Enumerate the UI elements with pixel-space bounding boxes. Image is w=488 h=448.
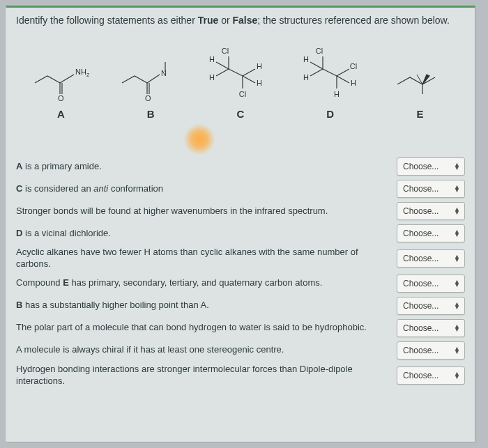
- question-text: A molecule is always chiral if it has at…: [16, 344, 397, 356]
- instr-true: True: [198, 15, 219, 26]
- label-a: A: [22, 108, 99, 120]
- question-text: D is a vicinal dichloride.: [16, 228, 397, 240]
- structure-d: Cl H H H Cl H: [296, 43, 366, 102]
- svg-text:H: H: [209, 55, 215, 63]
- question-row: A molecule is always chiral if it has at…: [16, 341, 465, 360]
- structure-labels: A B C D E: [16, 108, 465, 120]
- svg-line-26: [337, 76, 349, 83]
- instr-prefix: Identify the following statements as eit…: [16, 15, 198, 26]
- answer-dropdown[interactable]: Choose...▲▼: [397, 157, 465, 176]
- svg-text:H: H: [303, 55, 309, 63]
- label-d: D: [292, 108, 369, 120]
- instr-false: False: [233, 15, 258, 26]
- svg-text:H: H: [209, 73, 215, 82]
- svg-text:H: H: [303, 73, 309, 82]
- dropdown-label: Choose...: [403, 279, 439, 288]
- answer-dropdown[interactable]: Choose...▲▼: [397, 202, 465, 220]
- updown-icon: ▲▼: [454, 230, 460, 237]
- dropdown-label: Choose...: [403, 229, 439, 238]
- dropdown-label: Choose...: [403, 206, 439, 216]
- svg-line-22: [310, 62, 323, 69]
- updown-icon: ▲▼: [454, 185, 460, 192]
- svg-line-7: [229, 69, 243, 76]
- question-row: Compound E has primary, secondary, terti…: [16, 275, 465, 293]
- question-row: C is considered an anti conformationChoo…: [16, 180, 465, 198]
- answer-dropdown[interactable]: Choose...▲▼: [397, 366, 465, 385]
- dropdown-label: Choose...: [403, 371, 439, 380]
- structure-b: O N: [115, 51, 178, 102]
- svg-line-20: [323, 69, 337, 76]
- updown-icon: ▲▼: [454, 280, 460, 287]
- dropdown-label: Choose...: [403, 323, 439, 333]
- structures-row: O NH2 O N: [16, 36, 465, 102]
- atom-nh2: NH2: [75, 68, 90, 78]
- answer-dropdown[interactable]: Choose...▲▼: [397, 341, 465, 360]
- instruction-text: Identify the following statements as eit…: [16, 15, 465, 26]
- svg-line-10: [216, 69, 229, 76]
- question-row: Acyclic alkanes have two fewer H atoms t…: [16, 247, 465, 270]
- structure-a: O NH2: [28, 51, 91, 102]
- question-text: Compound E has primary, secondary, terti…: [16, 277, 397, 289]
- question-row: Stronger bonds will be found at higher w…: [16, 202, 465, 220]
- svg-text:Cl: Cl: [316, 47, 323, 55]
- svg-line-13: [243, 76, 255, 83]
- question-row: A is a primary amide.Choose...▲▼: [16, 157, 465, 176]
- svg-line-12: [243, 69, 255, 76]
- svg-line-23: [310, 69, 323, 76]
- questions-list: A is a primary amide.Choose...▲▼C is con…: [16, 157, 465, 387]
- updown-icon: ▲▼: [454, 372, 460, 379]
- svg-line-5: [147, 75, 160, 83]
- svg-text:Cl: Cl: [350, 62, 357, 70]
- answer-dropdown[interactable]: Choose...▲▼: [397, 180, 465, 198]
- svg-text:H: H: [257, 62, 262, 70]
- structure-e: [390, 51, 453, 102]
- atom-n: N: [161, 69, 167, 77]
- dropdown-label: Choose...: [403, 184, 439, 194]
- answer-dropdown[interactable]: Choose...▲▼: [397, 224, 465, 242]
- svg-text:H: H: [257, 79, 262, 87]
- instr-mid: or: [218, 15, 232, 26]
- label-c: C: [202, 108, 279, 120]
- question-text: Acyclic alkanes have two fewer H atoms t…: [16, 247, 397, 270]
- instr-suffix: ; the structures referenced are shown be…: [257, 15, 449, 26]
- question-row: D is a vicinal dichloride.Choose...▲▼: [16, 224, 465, 242]
- atom-o: O: [58, 94, 64, 102]
- question-row: B has a substantially higher boiling poi…: [16, 297, 465, 315]
- dropdown-label: Choose...: [403, 301, 439, 311]
- question-text: The polar part of a molecule that can bo…: [16, 322, 397, 334]
- updown-icon: ▲▼: [454, 255, 460, 262]
- label-b: B: [112, 108, 189, 120]
- answer-dropdown[interactable]: Choose...▲▼: [397, 319, 465, 337]
- svg-text:H: H: [351, 79, 356, 87]
- label-e: E: [382, 108, 459, 120]
- svg-line-25: [337, 69, 349, 76]
- question-text: B has a substantially higher boiling poi…: [16, 300, 397, 311]
- svg-text:Cl: Cl: [239, 90, 246, 98]
- dropdown-label: Choose...: [403, 162, 439, 171]
- cursor-glow: [183, 123, 215, 155]
- question-text: A is a primary amide.: [16, 161, 397, 173]
- answer-dropdown[interactable]: Choose...▲▼: [397, 297, 465, 315]
- question-text: Stronger bonds will be found at higher w…: [16, 206, 397, 217]
- svg-line-2: [60, 75, 74, 83]
- question-row: Hydrogen bonding interactions are strong…: [16, 364, 465, 387]
- question-text: Hydrogen bonding interactions are strong…: [16, 364, 397, 387]
- svg-text:Cl: Cl: [222, 47, 229, 55]
- svg-text:H: H: [334, 90, 340, 98]
- atom-o: O: [145, 94, 151, 102]
- updown-icon: ▲▼: [454, 302, 460, 309]
- structure-c: Cl H H Cl H H: [202, 43, 272, 102]
- answer-dropdown[interactable]: Choose...▲▼: [397, 249, 465, 268]
- updown-icon: ▲▼: [454, 347, 460, 354]
- updown-icon: ▲▼: [454, 325, 460, 332]
- updown-icon: ▲▼: [454, 208, 460, 215]
- svg-line-9: [216, 62, 229, 69]
- answer-dropdown[interactable]: Choose...▲▼: [397, 275, 465, 293]
- dropdown-label: Choose...: [403, 346, 439, 355]
- question-row: The polar part of a molecule that can bo…: [16, 319, 465, 337]
- updown-icon: ▲▼: [454, 163, 460, 170]
- question-text: C is considered an anti conformation: [16, 183, 397, 195]
- dropdown-label: Choose...: [403, 254, 439, 263]
- question-panel: Identify the following statements as eit…: [6, 6, 475, 442]
